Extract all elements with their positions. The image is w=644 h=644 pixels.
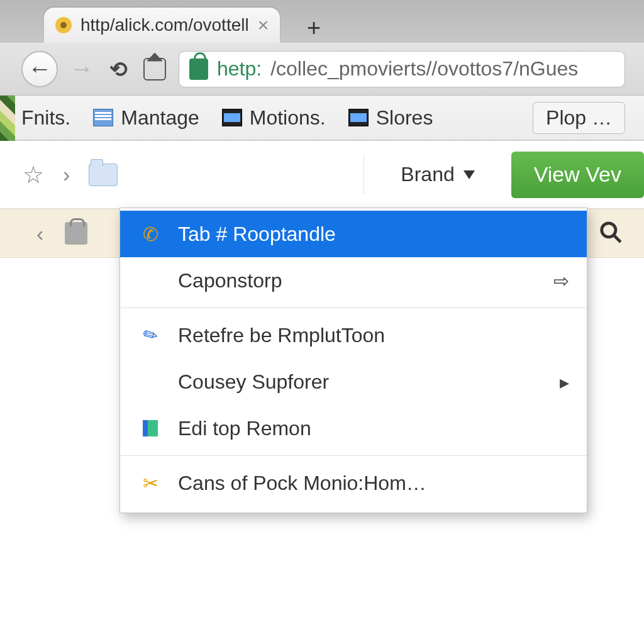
bookmark-monitor-icon [348,109,369,126]
folder-icon[interactable] [89,164,118,186]
caret-down-icon [464,170,475,179]
view-button-label: View Vev [534,162,621,187]
search-icon[interactable] [599,220,623,247]
flag-icon [138,420,163,436]
home-button[interactable] [142,58,167,80]
bookmark-item-fnits[interactable]: Fnits. [21,106,70,130]
pen-icon: ✎ [134,320,166,351]
bookmark-item-mantage[interactable]: Mantage [93,106,199,130]
tab-favicon-icon [55,17,72,33]
new-tab-button[interactable]: + [299,13,329,43]
context-menu-separator [120,308,587,308]
browser-tab[interactable]: http/alick.com/ovottell × [44,8,280,43]
back-arrow-icon: ← [28,55,52,82]
brand-dropdown-label: Brand [401,163,454,186]
bookmark-item-motions[interactable]: Motions. [222,106,326,130]
context-menu-item-cans-of-pock[interactable]: ✂ Cans of Pock Monio:Hom… [120,460,587,506]
bookmark-page-icon [93,109,113,126]
back-button[interactable]: ← [21,51,58,87]
forward-arrow-icon: → [70,55,94,82]
tab-close-button[interactable]: × [258,14,269,36]
tab-bar: http/alick.com/ovottell × + [0,0,644,43]
reload-icon: ⟲ [109,57,127,82]
context-menu-item-tab-rooptandle[interactable]: ✆ Tab # Rooptandle [120,211,587,257]
url-protocol: hetp: [217,57,262,80]
svg-point-0 [602,223,616,237]
phone-icon: ✆ [138,223,163,245]
clipboard-icon[interactable] [65,222,87,245]
address-bar[interactable]: hetp: /collec_pmovierts//ovottos7/nGues [179,51,625,87]
bookmark-label: Fnits. [21,106,70,130]
page-toolbar: ☆ › Brand View Vev [0,141,644,209]
tab-title: http/alick.com/ovottell [80,15,249,35]
bookmark-label: Slores [376,106,433,130]
scissors-icon: ✂ [138,472,163,494]
bookmark-item-slores[interactable]: Slores [348,106,433,130]
home-icon [143,58,166,80]
bookmark-label: Mantage [121,106,199,130]
context-menu-separator [120,455,587,456]
context-menu-item-label: Cans of Pock Monio:Hom… [178,472,426,495]
context-menu-item-cousey[interactable]: Cousey Supforer ▸ [120,358,587,405]
submenu-arrow-icon: ▸ [560,371,569,393]
bookmarks-overflow-button[interactable]: Plop … [533,102,625,134]
bookmarks-overflow-label: Plop … [546,106,612,129]
context-menu-item-label: Edi top Remon [178,417,311,440]
context-menu-item-label: Retefre be RmplutToon [178,324,385,347]
view-button[interactable]: View Vev [511,152,644,198]
context-menu-item-caponstorp[interactable]: Caponstorp ⇨ [120,257,587,304]
breadcrumb-chevron-icon: › [63,162,70,187]
bookmark-monitor-icon [222,109,242,126]
star-icon[interactable]: ☆ [23,161,44,189]
context-menu-item-label: Tab # Rooptandle [178,223,336,246]
nav-bar: ← → ⟲ hetp: /collec_pmovierts//ovottos7/… [0,43,644,96]
reload-button[interactable]: ⟲ [106,57,131,82]
brand-dropdown[interactable]: Brand [383,163,492,186]
context-menu-item-edi-top[interactable]: Edi top Remon [120,405,587,452]
bookmark-label: Motions. [250,106,326,130]
vertical-divider [364,156,364,194]
context-menu: ✆ Tab # Rooptandle Caponstorp ⇨ ✎ Retefr… [119,208,587,513]
context-menu-item-retefre[interactable]: ✎ Retefre be RmplutToon [120,312,587,358]
secondary-back-button[interactable]: ‹ [36,221,43,246]
context-menu-item-label: Cousey Supforer [178,370,329,394]
submenu-arrow-icon: ⇨ [553,270,569,292]
bookmarks-bar: Fnits. Mantage Motions. Slores Plop … [0,96,644,141]
forward-button[interactable]: → [69,55,94,82]
context-menu-item-label: Caponstorp [178,269,282,292]
svg-line-1 [614,235,621,242]
url-path: /collec_pmovierts//ovottos7/nGues [270,57,578,80]
site-identity-lock-icon[interactable] [189,58,208,80]
